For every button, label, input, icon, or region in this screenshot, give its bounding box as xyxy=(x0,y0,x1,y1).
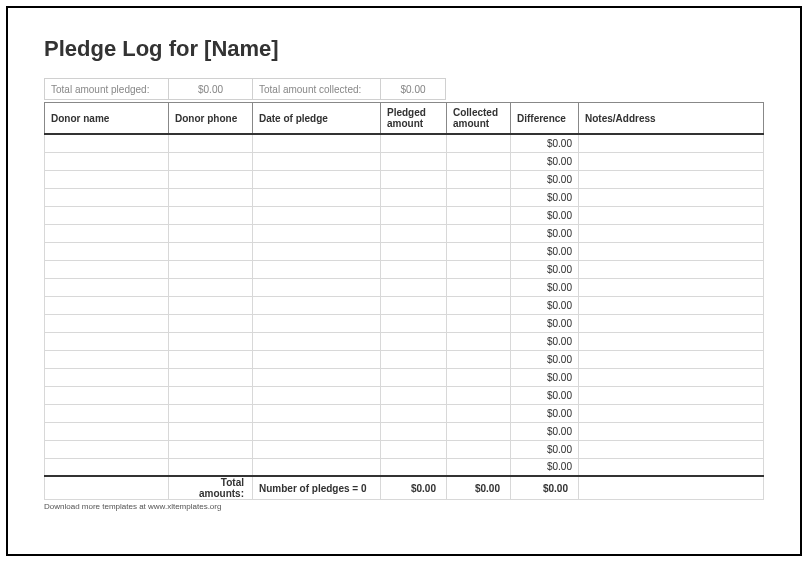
table-cell[interactable] xyxy=(45,386,169,404)
table-cell[interactable] xyxy=(45,458,169,476)
table-cell[interactable] xyxy=(45,242,169,260)
table-cell[interactable] xyxy=(45,206,169,224)
table-cell[interactable] xyxy=(381,242,447,260)
table-cell[interactable] xyxy=(579,422,764,440)
table-cell[interactable] xyxy=(447,332,511,350)
difference-cell[interactable]: $0.00 xyxy=(511,206,579,224)
table-cell[interactable] xyxy=(45,260,169,278)
table-cell[interactable] xyxy=(45,224,169,242)
table-cell[interactable] xyxy=(447,314,511,332)
table-cell[interactable] xyxy=(579,134,764,152)
table-cell[interactable] xyxy=(169,260,253,278)
table-cell[interactable] xyxy=(447,134,511,152)
table-cell[interactable] xyxy=(253,350,381,368)
table-cell[interactable] xyxy=(45,188,169,206)
table-cell[interactable] xyxy=(253,278,381,296)
table-cell[interactable] xyxy=(253,260,381,278)
table-cell[interactable] xyxy=(253,368,381,386)
table-cell[interactable] xyxy=(381,368,447,386)
table-cell[interactable] xyxy=(253,206,381,224)
table-cell[interactable] xyxy=(169,458,253,476)
table-cell[interactable] xyxy=(381,170,447,188)
table-cell[interactable] xyxy=(579,440,764,458)
table-cell[interactable] xyxy=(45,440,169,458)
difference-cell[interactable]: $0.00 xyxy=(511,404,579,422)
table-cell[interactable] xyxy=(169,350,253,368)
table-cell[interactable] xyxy=(579,260,764,278)
table-cell[interactable] xyxy=(45,350,169,368)
table-cell[interactable] xyxy=(381,350,447,368)
table-cell[interactable] xyxy=(169,188,253,206)
table-cell[interactable] xyxy=(169,170,253,188)
table-cell[interactable] xyxy=(169,314,253,332)
table-cell[interactable] xyxy=(169,134,253,152)
table-cell[interactable] xyxy=(579,224,764,242)
table-cell[interactable] xyxy=(253,332,381,350)
table-cell[interactable] xyxy=(45,278,169,296)
table-cell[interactable] xyxy=(45,368,169,386)
table-cell[interactable] xyxy=(169,206,253,224)
table-cell[interactable] xyxy=(447,296,511,314)
difference-cell[interactable]: $0.00 xyxy=(511,386,579,404)
table-cell[interactable] xyxy=(45,170,169,188)
table-cell[interactable] xyxy=(579,368,764,386)
table-cell[interactable] xyxy=(381,422,447,440)
table-cell[interactable] xyxy=(447,152,511,170)
table-cell[interactable] xyxy=(45,314,169,332)
table-cell[interactable] xyxy=(253,224,381,242)
table-cell[interactable] xyxy=(579,404,764,422)
table-cell[interactable] xyxy=(253,188,381,206)
difference-cell[interactable]: $0.00 xyxy=(511,188,579,206)
table-cell[interactable] xyxy=(447,350,511,368)
table-cell[interactable] xyxy=(579,278,764,296)
table-cell[interactable] xyxy=(253,152,381,170)
table-cell[interactable] xyxy=(253,458,381,476)
table-cell[interactable] xyxy=(447,368,511,386)
table-cell[interactable] xyxy=(447,260,511,278)
table-cell[interactable] xyxy=(253,404,381,422)
table-cell[interactable] xyxy=(169,422,253,440)
table-cell[interactable] xyxy=(579,188,764,206)
table-cell[interactable] xyxy=(45,134,169,152)
table-cell[interactable] xyxy=(447,404,511,422)
table-cell[interactable] xyxy=(169,224,253,242)
table-cell[interactable] xyxy=(45,332,169,350)
difference-cell[interactable]: $0.00 xyxy=(511,170,579,188)
table-cell[interactable] xyxy=(447,458,511,476)
table-cell[interactable] xyxy=(169,152,253,170)
table-cell[interactable] xyxy=(447,170,511,188)
table-cell[interactable] xyxy=(381,134,447,152)
table-cell[interactable] xyxy=(381,206,447,224)
table-cell[interactable] xyxy=(579,206,764,224)
table-cell[interactable] xyxy=(447,188,511,206)
table-cell[interactable] xyxy=(169,440,253,458)
table-cell[interactable] xyxy=(45,422,169,440)
difference-cell[interactable]: $0.00 xyxy=(511,368,579,386)
difference-cell[interactable]: $0.00 xyxy=(511,350,579,368)
table-cell[interactable] xyxy=(381,296,447,314)
table-cell[interactable] xyxy=(381,440,447,458)
table-cell[interactable] xyxy=(169,404,253,422)
difference-cell[interactable]: $0.00 xyxy=(511,314,579,332)
table-cell[interactable] xyxy=(381,458,447,476)
table-cell[interactable] xyxy=(579,296,764,314)
difference-cell[interactable]: $0.00 xyxy=(511,332,579,350)
difference-cell[interactable]: $0.00 xyxy=(511,296,579,314)
table-cell[interactable] xyxy=(169,386,253,404)
table-cell[interactable] xyxy=(381,278,447,296)
table-cell[interactable] xyxy=(579,170,764,188)
table-cell[interactable] xyxy=(45,152,169,170)
table-cell[interactable] xyxy=(169,332,253,350)
table-cell[interactable] xyxy=(169,368,253,386)
table-cell[interactable] xyxy=(579,350,764,368)
table-cell[interactable] xyxy=(45,296,169,314)
table-cell[interactable] xyxy=(253,386,381,404)
table-cell[interactable] xyxy=(253,296,381,314)
table-cell[interactable] xyxy=(169,278,253,296)
table-cell[interactable] xyxy=(253,422,381,440)
table-cell[interactable] xyxy=(447,422,511,440)
table-cell[interactable] xyxy=(579,242,764,260)
difference-cell[interactable]: $0.00 xyxy=(511,278,579,296)
table-cell[interactable] xyxy=(579,386,764,404)
table-cell[interactable] xyxy=(447,278,511,296)
